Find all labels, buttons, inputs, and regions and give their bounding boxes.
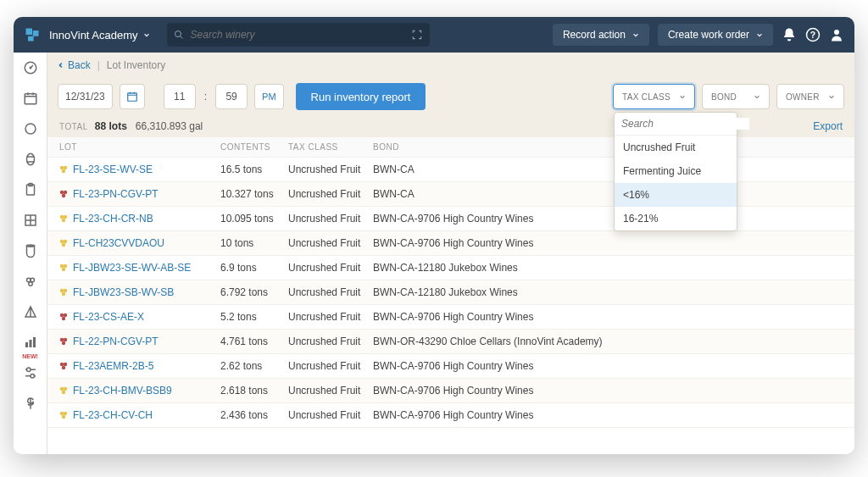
help-icon[interactable]: ? — [805, 27, 821, 42]
user-icon[interactable] — [829, 27, 844, 42]
svg-point-5 — [29, 67, 31, 69]
svg-point-53 — [60, 412, 64, 415]
back-link[interactable]: Back — [58, 59, 91, 71]
svg-point-0 — [175, 31, 181, 37]
winery-selector[interactable]: InnoVint Academy — [49, 29, 150, 42]
cell-bond: BWN-CA-9706 High Country Wines — [373, 213, 843, 225]
header-lot[interactable]: LOT — [59, 142, 220, 152]
total-volume: 66,310.893 gal — [136, 120, 203, 132]
rail-dashboard[interactable] — [22, 59, 39, 76]
lot-link[interactable]: FL-22-PN-CGV-PT — [73, 336, 159, 347]
svg-point-51 — [64, 387, 67, 391]
scan-icon[interactable] — [411, 29, 423, 41]
svg-point-19 — [26, 368, 31, 372]
hour-input[interactable]: 11 — [164, 84, 196, 109]
rail-barrel[interactable] — [22, 151, 39, 168]
header-bond[interactable]: BOND — [373, 142, 843, 152]
owner-filter[interactable]: OWNER — [776, 84, 844, 109]
table-row[interactable]: FL-JBW23-SB-WV-SB 6.792 tons Uncrushed F… — [47, 280, 854, 305]
table-row[interactable]: FL-23-CH-CV-CH 2.436 tons Uncrushed Frui… — [47, 403, 854, 428]
rail-grapes[interactable] — [22, 273, 39, 290]
table-row[interactable]: FL-23-CS-AE-X 5.2 tons Uncrushed Fruit B… — [47, 305, 854, 330]
lot-link[interactable]: FL-23-CH-BMV-BSB9 — [73, 385, 172, 397]
rail-reports[interactable]: NEW! — [22, 334, 39, 351]
calendar-icon — [126, 91, 138, 103]
lot-color-icon — [59, 190, 68, 198]
cell-contents: 6.9 tons — [220, 262, 288, 274]
cell-tax-class: Uncrushed Fruit — [288, 311, 373, 323]
export-link[interactable]: Export — [813, 120, 843, 132]
svg-rect-18 — [33, 337, 36, 347]
lot-color-icon — [59, 362, 68, 370]
create-work-order-button[interactable]: Create work order — [658, 24, 773, 46]
lot-color-icon — [59, 313, 68, 321]
svg-point-39 — [64, 289, 67, 292]
cell-tax-class: Uncrushed Fruit — [288, 213, 373, 225]
record-action-button[interactable]: Record action — [553, 24, 649, 46]
lot-link[interactable]: FL-23-CH-CR-NB — [73, 213, 153, 225]
cell-contents: 10 tons — [220, 237, 288, 249]
lot-link[interactable]: FL-JBW23-SB-WV-SB — [73, 286, 174, 298]
rail-tent[interactable] — [22, 303, 39, 320]
svg-point-55 — [62, 415, 65, 419]
rail-dollar[interactable] — [22, 395, 39, 412]
lot-color-icon — [59, 288, 68, 297]
breadcrumb: Back | Lot Inventory — [47, 53, 854, 78]
new-badge: NEW! — [22, 353, 38, 359]
table-row[interactable]: FL-23-CH-BMV-BSB9 2.618 tons Uncrushed F… — [47, 379, 854, 403]
lot-link[interactable]: FL-CH23CVVDAOU — [73, 237, 164, 249]
rail-clipboard[interactable] — [22, 181, 39, 198]
lot-link[interactable]: FL-23-PN-CGV-PT — [73, 188, 159, 200]
cell-bond: BWN-CA-12180 Jukebox Wines — [373, 286, 843, 298]
lot-link[interactable]: FL-23-SE-WV-SE — [73, 164, 153, 175]
cell-tax-class: Uncrushed Fruit — [288, 336, 373, 347]
dropdown-search-input[interactable] — [621, 118, 749, 130]
bond-filter[interactable]: BOND — [702, 84, 770, 109]
dropdown-option[interactable]: <16% — [615, 183, 737, 207]
lot-link[interactable]: FL-23-CS-AE-X — [73, 311, 144, 323]
calendar-button[interactable] — [120, 84, 145, 109]
rail-grid[interactable] — [22, 212, 39, 229]
chevron-down-icon — [679, 93, 686, 100]
search-icon — [174, 30, 184, 40]
table-row[interactable]: FL-CH23CVVDAOU 10 tons Uncrushed Fruit B… — [47, 231, 854, 256]
table-row[interactable]: FL-JBW23-SE-WV-AB-SE 6.9 tons Uncrushed … — [47, 256, 854, 280]
dropdown-option[interactable]: Fermenting Juice — [615, 159, 737, 183]
cell-tax-class: Uncrushed Fruit — [288, 188, 373, 200]
cell-bond: BWN-CA-9706 High Country Wines — [373, 360, 843, 372]
date-input[interactable]: 12/31/23 — [58, 84, 113, 109]
table-row[interactable]: FL-22-PN-CGV-PT 4.761 tons Uncrushed Fru… — [47, 330, 854, 354]
lot-link[interactable]: FL-23-CH-CV-CH — [73, 409, 153, 421]
svg-point-43 — [62, 317, 65, 320]
header-tax-class[interactable]: TAX CLASS — [288, 142, 373, 152]
chevron-down-icon — [632, 31, 639, 38]
header-contents[interactable]: CONTENTS — [220, 142, 288, 152]
rail-calendar[interactable] — [22, 90, 39, 107]
svg-point-44 — [60, 338, 64, 341]
dropdown-option[interactable]: 16-21% — [615, 207, 737, 230]
dropdown-search[interactable] — [615, 113, 737, 136]
meridiem-toggle[interactable]: PM — [254, 84, 284, 109]
svg-point-31 — [62, 219, 65, 222]
svg-point-46 — [62, 341, 65, 345]
minute-input[interactable]: 59 — [215, 84, 248, 109]
tax-class-dropdown: Uncrushed FruitFermenting Juice<16%16-21… — [614, 112, 737, 231]
tax-class-filter[interactable]: TAX CLASS Uncrushed FruitFermenting Juic… — [613, 84, 695, 109]
svg-point-54 — [64, 412, 67, 415]
dropdown-option[interactable]: Uncrushed Fruit — [615, 136, 737, 159]
svg-point-29 — [60, 215, 64, 219]
run-inventory-button[interactable]: Run inventory report — [296, 83, 426, 110]
cell-contents: 10.327 tons — [220, 188, 288, 200]
svg-rect-16 — [25, 342, 28, 347]
rail-circle[interactable] — [22, 120, 39, 137]
lot-link[interactable]: FL-JBW23-SE-WV-AB-SE — [73, 262, 191, 274]
rail-settings[interactable] — [22, 364, 39, 381]
lot-link[interactable]: FL-23AEMR-2B-5 — [73, 360, 153, 372]
table-row[interactable]: FL-23AEMR-2B-5 2.62 tons Uncrushed Fruit… — [47, 354, 854, 379]
rail-cup[interactable] — [22, 242, 39, 259]
search-input[interactable] — [191, 29, 404, 41]
bell-icon[interactable] — [782, 27, 797, 42]
lot-color-icon — [59, 386, 68, 395]
svg-point-3 — [834, 30, 839, 35]
global-search[interactable] — [167, 23, 430, 47]
